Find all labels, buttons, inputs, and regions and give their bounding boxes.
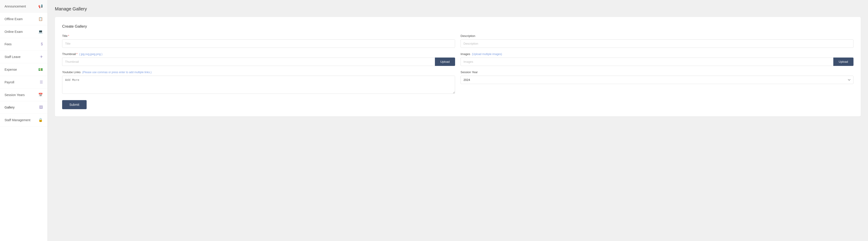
sidebar-item-gallery[interactable]: Gallery 🖼: [0, 101, 48, 114]
thumbnail-input-group: Upload: [62, 58, 455, 66]
title-label: Title*: [62, 34, 455, 38]
main-content: Manage Gallery Create Gallery Title* Des…: [48, 0, 868, 241]
images-input[interactable]: [461, 58, 833, 66]
sidebar-item-staff-management[interactable]: Staff Management 🔒: [0, 114, 48, 126]
sidebar: Announcement 📢 Offline Exam 📋 Online Exa…: [0, 0, 48, 241]
session-year-select[interactable]: 2024 2023 2022 2021: [461, 76, 854, 84]
announcement-icon: 📢: [38, 4, 43, 8]
images-upload-button[interactable]: Upload: [833, 58, 854, 66]
session-year-label: Session Year: [461, 70, 854, 74]
form-row-title-description: Title* Description: [62, 34, 854, 48]
description-input[interactable]: [461, 39, 854, 48]
thumbnail-label: Thumbnail* ( jpg,svg,jpeg,png ): [62, 52, 455, 56]
title-input[interactable]: [62, 39, 455, 48]
form-group-session-year: Session Year 2024 2023 2022 2021: [461, 70, 854, 94]
staff-leave-icon: ✈: [40, 55, 43, 59]
sidebar-item-label: Staff Management: [4, 118, 30, 122]
thumbnail-upload-button[interactable]: Upload: [435, 58, 455, 66]
sidebar-item-label: Payroll: [4, 80, 14, 84]
thumbnail-input[interactable]: [62, 58, 435, 66]
youtube-label: Youtube Links (Please use commas or pres…: [62, 70, 455, 74]
submit-button[interactable]: Submit: [62, 100, 87, 109]
sidebar-item-label: Offline Exam: [4, 17, 23, 21]
form-group-description: Description: [461, 34, 854, 48]
form-group-thumbnail: Thumbnail* ( jpg,svg,jpeg,png ) Upload: [62, 52, 455, 66]
sidebar-item-session-years[interactable]: Session Years 📅: [0, 89, 48, 101]
sidebar-item-label: Session Years: [4, 93, 25, 97]
sidebar-item-offline-exam[interactable]: Offline Exam 📋: [0, 13, 48, 25]
sidebar-item-label: Fees: [4, 42, 11, 46]
images-label: Images (Upload multiple images): [461, 52, 854, 56]
form-group-images: Images (Upload multiple images) Upload: [461, 52, 854, 66]
sidebar-item-staff-leave[interactable]: Staff Leave ✈: [0, 50, 48, 63]
thumbnail-required: *: [76, 52, 78, 56]
sidebar-item-label: Online Exam: [4, 30, 23, 34]
staff-management-icon: 🔒: [38, 118, 43, 122]
sidebar-item-label: Staff Leave: [4, 55, 21, 59]
session-years-icon: 📅: [38, 93, 43, 97]
form-group-youtube: Youtube Links (Please use commas or pres…: [62, 70, 455, 94]
payroll-icon: ☰: [40, 80, 43, 84]
sidebar-item-label: Announcement: [4, 4, 26, 8]
sidebar-item-online-exam[interactable]: Online Exam 💻: [0, 25, 48, 38]
form-submit-row: Submit: [62, 98, 854, 109]
sidebar-item-expense[interactable]: Expense 💵: [0, 63, 48, 76]
sidebar-item-fees[interactable]: Fees $: [0, 38, 48, 50]
page-title: Manage Gallery: [55, 6, 861, 11]
description-label: Description: [461, 34, 854, 38]
form-group-title: Title*: [62, 34, 455, 48]
youtube-input[interactable]: [62, 76, 455, 94]
sidebar-item-label: Expense: [4, 68, 17, 71]
online-exam-icon: 💻: [38, 29, 43, 34]
sidebar-item-payroll[interactable]: Payroll ☰: [0, 76, 48, 89]
title-required: *: [68, 34, 69, 38]
sidebar-item-label: Gallery: [4, 106, 14, 109]
sidebar-item-announcement[interactable]: Announcement 📢: [0, 0, 48, 13]
thumbnail-hint: ( jpg,svg,jpeg,png ): [79, 53, 102, 56]
create-gallery-card: Create Gallery Title* Description Thumbn…: [55, 17, 861, 116]
images-input-group: Upload: [461, 58, 854, 66]
expense-icon: 💵: [38, 67, 43, 72]
offline-exam-icon: 📋: [38, 17, 43, 21]
gallery-icon: 🖼: [39, 105, 43, 109]
card-title: Create Gallery: [62, 24, 854, 29]
youtube-hint: (Please use commas or press enter to add…: [82, 71, 152, 74]
form-row-thumbnail-images: Thumbnail* ( jpg,svg,jpeg,png ) Upload I…: [62, 52, 854, 66]
images-hint: (Upload multiple images): [472, 53, 502, 56]
fees-icon: $: [41, 42, 43, 46]
form-row-youtube-session: Youtube Links (Please use commas or pres…: [62, 70, 854, 94]
